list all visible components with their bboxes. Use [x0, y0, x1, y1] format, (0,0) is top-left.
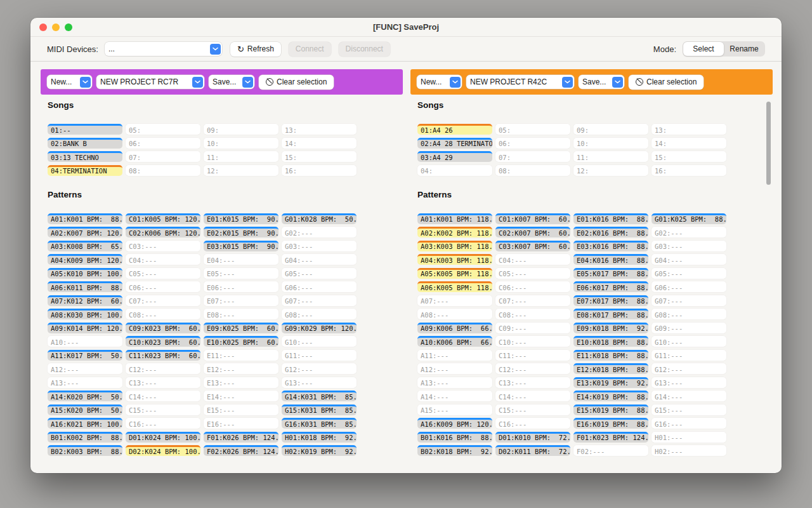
pattern-cell[interactable]: A15:---	[417, 404, 492, 415]
mode-rename-segment[interactable]: Rename	[724, 42, 764, 56]
pattern-cell[interactable]: C09:---	[495, 323, 570, 333]
pattern-cell[interactable]: A07:K012 BPM: 60.0	[48, 295, 122, 306]
song-cell[interactable]: 05:	[495, 124, 570, 135]
pattern-cell[interactable]: C11:---	[495, 350, 570, 361]
pattern-cell[interactable]: E06:K017 BPM: 88.0	[573, 281, 648, 292]
pattern-cell[interactable]: H02:K019 BPM: 92.0	[282, 445, 357, 456]
pattern-cell[interactable]: A16:K021 BPM: 100.0	[48, 418, 122, 429]
pattern-cell[interactable]: C07:---	[126, 295, 200, 306]
song-cell[interactable]: 12:	[204, 165, 278, 176]
pattern-cell[interactable]: C03:---	[126, 241, 200, 251]
pattern-cell[interactable]: G13:---	[282, 377, 357, 388]
song-cell[interactable]: 04:TERMINATION	[48, 165, 122, 176]
pattern-cell[interactable]: F01:K026 BPM: 124.0	[204, 432, 278, 443]
song-cell[interactable]: 03:A4 29	[417, 151, 492, 162]
pattern-cell[interactable]: B01:K016 BPM: 88.0	[417, 432, 492, 443]
pattern-cell[interactable]: B02:K018 BPM: 92.0	[417, 445, 492, 456]
mode-select-segment[interactable]: Select	[683, 42, 724, 56]
song-cell[interactable]: 14:	[652, 138, 726, 149]
pattern-cell[interactable]: B01:K002 BPM: 88.8	[48, 432, 122, 443]
pattern-cell[interactable]: E14:---	[204, 391, 278, 401]
pattern-cell[interactable]: G08:---	[652, 309, 726, 319]
pattern-cell[interactable]: C08:---	[495, 309, 570, 319]
song-cell[interactable]: 13:	[652, 124, 726, 135]
pattern-cell[interactable]: E03:K015 BPM: 90.0	[204, 241, 278, 251]
pattern-cell[interactable]: G02:---	[282, 227, 357, 237]
song-cell[interactable]: 07:	[495, 151, 570, 162]
pattern-cell[interactable]: E08:---	[204, 309, 278, 319]
pattern-cell[interactable]: A09:K014 BPM: 120.0	[48, 323, 122, 333]
pattern-cell[interactable]: E13:K019 BPM: 92.0	[573, 377, 648, 388]
pattern-cell[interactable]: A14:---	[417, 391, 492, 401]
pattern-cell[interactable]: C05:---	[126, 268, 200, 279]
song-cell[interactable]: 10:	[573, 138, 648, 149]
song-cell[interactable]: 02:A4 28 TERMINATO	[417, 138, 492, 149]
song-cell[interactable]: 05:	[126, 124, 200, 135]
pattern-cell[interactable]: C10:---	[495, 336, 570, 347]
pattern-cell[interactable]: E10:K025 BPM: 60.0	[204, 336, 278, 347]
new-select[interactable]: New...	[417, 75, 462, 89]
pattern-cell[interactable]: E13:---	[204, 377, 278, 388]
pattern-cell[interactable]: A10:---	[48, 336, 122, 347]
pattern-cell[interactable]: C15:---	[126, 404, 200, 415]
song-cell[interactable]: 08:	[495, 165, 570, 176]
pattern-cell[interactable]: A08:K030 BPM: 100.0	[48, 309, 122, 319]
pattern-cell[interactable]: C16:---	[495, 418, 570, 429]
pattern-cell[interactable]: A13:---	[417, 377, 492, 388]
pattern-cell[interactable]: A11:---	[417, 350, 492, 361]
pattern-cell[interactable]: G09:---	[652, 323, 726, 333]
pattern-cell[interactable]: G06:---	[652, 281, 726, 292]
pattern-cell[interactable]: C06:---	[495, 281, 570, 292]
pattern-cell[interactable]: E01:K016 BPM: 88.0	[573, 213, 648, 224]
pattern-cell[interactable]: H01:---	[652, 432, 726, 443]
pattern-cell[interactable]: G15:---	[652, 404, 726, 415]
pattern-cell[interactable]: E07:---	[204, 295, 278, 306]
close-button[interactable]	[39, 23, 47, 31]
pattern-cell[interactable]: G10:---	[652, 336, 726, 347]
pattern-cell[interactable]: E02:K015 BPM: 90.0	[204, 227, 278, 237]
pattern-cell[interactable]: C13:---	[495, 377, 570, 388]
pattern-cell[interactable]: E11:K018 BPM: 88.0	[573, 350, 648, 361]
pattern-cell[interactable]: C12:---	[495, 363, 570, 374]
pattern-cell[interactable]: C10:K023 BPM: 60.0	[126, 336, 200, 347]
clear-selection-button[interactable]: Clear selection	[629, 75, 704, 90]
pattern-cell[interactable]: H01:K018 BPM: 92.0	[282, 432, 357, 443]
song-cell[interactable]: 08:	[126, 165, 200, 176]
pattern-cell[interactable]: E05:---	[204, 268, 278, 279]
pattern-cell[interactable]: G04:---	[652, 254, 726, 265]
song-cell[interactable]: 11:	[573, 151, 648, 162]
pattern-cell[interactable]: D01:K024 BPM: 100.0	[126, 432, 200, 443]
pattern-cell[interactable]: E01:K015 BPM: 90.0	[204, 213, 278, 224]
pattern-cell[interactable]: G01:K025 BPM: 88.8	[652, 213, 726, 224]
refresh-button[interactable]: ↻ Refresh	[230, 42, 281, 57]
song-cell[interactable]: 15:	[652, 151, 726, 162]
pattern-cell[interactable]: H02:---	[652, 445, 726, 456]
disconnect-button[interactable]: Disconnect	[339, 42, 390, 57]
pattern-cell[interactable]: E12:---	[204, 363, 278, 374]
pattern-cell[interactable]: G14:K031 BPM: 85.0	[282, 391, 357, 401]
song-cell[interactable]: 04:	[417, 165, 492, 176]
pattern-cell[interactable]: A06:K005 BPM: 118.0	[417, 281, 492, 292]
minimize-button[interactable]	[52, 23, 60, 31]
pattern-cell[interactable]: C07:---	[495, 295, 570, 306]
pattern-cell[interactable]: C02:K007 BPM: 60.0	[495, 227, 570, 237]
pattern-cell[interactable]: E10:K018 BPM: 88.0	[573, 336, 648, 347]
pattern-cell[interactable]: A10:K006 BPM: 66.6	[417, 336, 492, 347]
pattern-cell[interactable]: E14:K019 BPM: 88.0	[573, 391, 648, 401]
pattern-cell[interactable]: E07:K017 BPM: 88.0	[573, 295, 648, 306]
connect-button[interactable]: Connect	[289, 42, 331, 57]
pattern-cell[interactable]: G09:K029 BPM: 120.0	[282, 323, 357, 333]
pattern-cell[interactable]: A01:K001 BPM: 118.0	[417, 213, 492, 224]
midi-devices-select[interactable]: ...	[105, 42, 222, 56]
pattern-cell[interactable]: A07:---	[417, 295, 492, 306]
project-select[interactable]: NEW PROJECT R42C	[466, 75, 574, 89]
pattern-cell[interactable]: C14:---	[495, 391, 570, 401]
pattern-cell[interactable]: D01:K010 BPM: 72.0	[495, 432, 570, 443]
pattern-cell[interactable]: C01:K007 BPM: 60.0	[495, 213, 570, 224]
pattern-cell[interactable]: A12:---	[417, 363, 492, 374]
pattern-cell[interactable]: A01:K001 BPM: 88.8	[48, 213, 122, 224]
pattern-cell[interactable]: G15:K031 BPM: 85.0	[282, 404, 357, 415]
song-cell[interactable]: 13:	[282, 124, 357, 135]
pattern-cell[interactable]: G13:---	[652, 377, 726, 388]
pattern-cell[interactable]: F01:K023 BPM: 124.0	[573, 432, 648, 443]
